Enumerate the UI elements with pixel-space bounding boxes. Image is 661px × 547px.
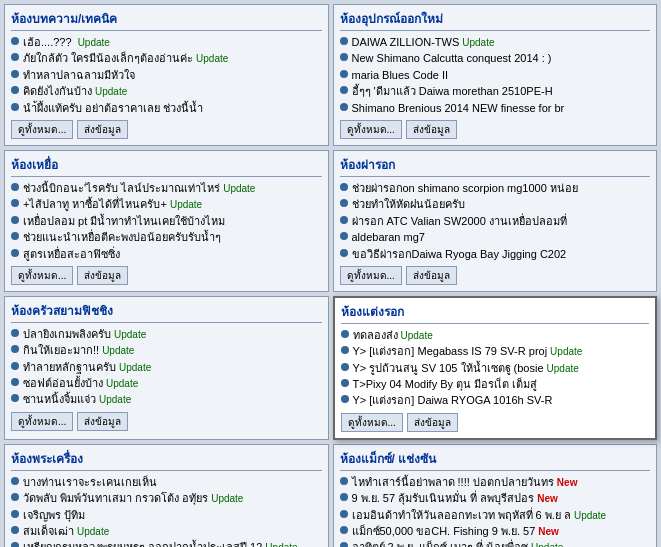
item-text: ผ่ารอก ATC Valian SW2000 งานเหยื่อปลอมที… <box>352 214 567 229</box>
list-item: บางท่านเราจะระเคนเกยเห็น <box>11 475 322 490</box>
bullet-icon <box>11 53 19 61</box>
item-text: แม็กซ์50,000 ขอCH. Fishing 9 พ.ย. 57New <box>352 524 559 539</box>
bullet-icon <box>11 378 19 386</box>
item-text: นำ้ผึ้งแท้ครับ อย่าต้อราคาเลย ช่วงนี้น้ำ <box>23 101 203 116</box>
update-tag: Update <box>401 330 433 341</box>
list-item: +ไส้ปลาทู หาซื้อได้ที่ไหนครับ+Update <box>11 197 322 212</box>
item-text: Y> [แต่งรอก] Daiwa RYOGA 1016h SV-R <box>353 393 553 408</box>
bullet-icon <box>11 510 19 518</box>
bullet-icon <box>11 542 19 547</box>
box-title-board-tuning: ห้องแต่งรอก <box>341 302 650 324</box>
list-item: Y> [แต่งรอก] Megabass IS 79 SV-R projUpd… <box>341 344 650 359</box>
list-item: ช่วยแนะนำเหยื่อตีคะพงบ่อน้อยครับรับน้ำๆ <box>11 230 322 245</box>
send-info-button[interactable]: ส่งข้อมูล <box>406 120 457 139</box>
box-board-crew: ห้องครัวสยามฟิชชิงปลายิงเกมพลิงครับUpdat… <box>4 296 329 440</box>
send-info-button[interactable]: ส่งข้อมูล <box>407 413 458 432</box>
item-text: ซอฟต์อ่อนยั้งบ้างUpdate <box>23 376 138 391</box>
bullet-icon <box>341 330 349 338</box>
new-tag: New <box>538 526 559 537</box>
list-item: aldebaran mg7 <box>340 230 651 245</box>
update-tag: Update <box>196 53 228 64</box>
update-tag: Update <box>95 86 127 97</box>
item-text: เหยื่อปลอม pt มีน้ำทาทำไหนเคยใช้บ้างไหม <box>23 214 225 229</box>
item-text: อี้ๆๆ 'ดีมาแล้ว Daiwa morethan 2510PE-H <box>352 84 553 99</box>
send-info-button[interactable]: ส่งข้อมูล <box>77 266 128 285</box>
update-tag: Update <box>78 37 110 48</box>
item-text: maria Blues Code II <box>352 68 449 83</box>
view-all-button[interactable]: ดูทั้งหมด... <box>11 266 73 285</box>
box-footer: ดูทั้งหมด...ส่งข้อมูล <box>11 412 322 431</box>
list-item: สมเด็จเฒ่าUpdate <box>11 524 322 539</box>
list-item: ซอฟต์อ่อนยั้งบ้างUpdate <box>11 376 322 391</box>
bullet-icon <box>11 345 19 353</box>
bullet-icon <box>11 477 19 485</box>
list-item: 9 พ.ย. 57 ลุ้มรับเนินหมั่น ที่ ลพบุรีสปอ… <box>340 491 651 506</box>
item-text: T>Pixy 04 Modify By ตุน มีอรเเ็ต เต็มสู่ <box>353 377 538 392</box>
list-item: ทำหลาปลาฉลามมีหัวใจ <box>11 68 322 83</box>
box-board-lure: ห้องเหยื่อช่วงนี้บิกอนะ'ไรครับ ไลน์ประมา… <box>4 150 329 292</box>
update-tag: Update <box>77 526 109 537</box>
box-board-catch: ห้องผ่ารอกช่วยผ่ารอกon shimano scorpion … <box>333 150 658 292</box>
update-tag: Update <box>223 183 255 194</box>
box-footer: ดูทั้งหมด...ส่งข้อมูล <box>341 413 650 432</box>
update-tag: Update <box>170 199 202 210</box>
item-text: สูตรเหยื่อสะอาฟิซซิ่ง <box>23 247 120 262</box>
list-item: สูตรเหยื่อสะอาฟิซซิ่ง <box>11 247 322 262</box>
update-tag: Update <box>114 329 146 340</box>
send-info-button[interactable]: ส่งข้อมูล <box>77 412 128 431</box>
box-title-board-crew: ห้องครัวสยามฟิชชิง <box>11 301 322 323</box>
list-item: ขอวิธีผ่ารอกDaiwa Ryoga Bay Jigging C202 <box>340 247 651 262</box>
send-info-button[interactable]: ส่งข้อมูล <box>406 266 457 285</box>
item-text: ซานหนิ้งจิ้มแจ่วUpdate <box>23 392 131 407</box>
item-text: +ไส้ปลาทู หาซื้อได้ที่ไหนครับ+Update <box>23 197 202 212</box>
list-item: ช่วงนี้บิกอนะ'ไรครับ ไลน์ประมาณเท่าไหร่U… <box>11 181 322 196</box>
item-text: ช่วงนี้บิกอนะ'ไรครับ ไลน์ประมาณเท่าไหร่U… <box>23 181 255 196</box>
item-list-board-mantis: ไหทำเสาร์นี้อย่าพลาด !!!! บ่อตกปลายวันทร… <box>340 475 651 547</box>
bullet-icon <box>11 493 19 501</box>
bullet-icon <box>11 86 19 94</box>
view-all-button[interactable]: ดูทั้งหมด... <box>340 120 402 139</box>
item-text: ไหทำเสาร์นี้อย่าพลาด !!!! บ่อตกปลายวันทร… <box>352 475 578 490</box>
update-tag: Update <box>119 362 151 373</box>
list-item: ภัยใกล้ตัว ใครมีน้องเล็กๆต้องอ่านค่ะUpda… <box>11 51 322 66</box>
bullet-icon <box>11 232 19 240</box>
view-all-button[interactable]: ดูทั้งหมด... <box>11 412 73 431</box>
item-text: Y> [แต่งรอก] Megabass IS 79 SV-R projUpd… <box>353 344 583 359</box>
send-info-button[interactable]: ส่งข้อมูล <box>77 120 128 139</box>
list-item: เจริญพร ปุ้ทิม <box>11 508 322 523</box>
item-list-board-tuning: ทดลองส่งUpdateY> [แต่งรอก] Megabass IS 7… <box>341 328 650 409</box>
view-all-button[interactable]: ดูทั้งหมด... <box>341 413 403 432</box>
item-list-board-crew: ปลายิงเกมพลิงครับUpdateกินให้เยอะมาก!!Up… <box>11 327 322 408</box>
item-text: ทดลองส่งUpdate <box>353 328 433 343</box>
bullet-icon <box>340 53 348 61</box>
box-board-mantis: ห้องแม็กซ์/ แช่งซันไหทำเสาร์นี้อย่าพลาด … <box>333 444 658 547</box>
bullet-icon <box>340 542 348 547</box>
box-footer: ดูทั้งหมด...ส่งข้อมูล <box>11 120 322 139</box>
bullet-icon <box>341 363 349 371</box>
update-tag: Update <box>550 346 582 357</box>
bullet-icon <box>11 526 19 534</box>
bullet-icon <box>11 70 19 78</box>
bullet-icon <box>11 216 19 224</box>
item-list-board-lure: ช่วงนี้บิกอนะ'ไรครับ ไลน์ประมาณเท่าไหร่U… <box>11 181 322 262</box>
view-all-button[interactable]: ดูทั้งหมด... <box>11 120 73 139</box>
list-item: Shimano Brenious 2014 NEW finesse for br <box>340 101 651 116</box>
box-footer: ดูทั้งหมด...ส่งข้อมูล <box>11 266 322 285</box>
list-item: New Shimano Calcutta conquest 2014 : ) <box>340 51 651 66</box>
list-item: แม็กซ์50,000 ขอCH. Fishing 9 พ.ย. 57New <box>340 524 651 539</box>
list-item: นำ้ผึ้งแท้ครับ อย่าต้อราคาเลย ช่วงนี้น้ำ <box>11 101 322 116</box>
item-text: เอมอินด้าทำให้วันลออกทะเวท พฤหัสที่ 6 พ.… <box>352 508 607 523</box>
bullet-icon <box>11 362 19 370</box>
item-text: สมเด็จเฒ่าUpdate <box>23 524 109 539</box>
item-text: บางท่านเราจะระเคนเกยเห็น <box>23 475 157 490</box>
list-item: ช่วยผ่ารอกon shimano scorpion mg1000 หน่… <box>340 181 651 196</box>
list-item: วัดพลับ พิมพ์วันทาเสมา กรวดโต้ง อทุัยรUp… <box>11 491 322 506</box>
update-tag: Update <box>211 493 243 504</box>
box-board-gear: ห้องพระเครื่องบางท่านเราจะระเคนเกยเห็นวั… <box>4 444 329 547</box>
list-item: กินให้เยอะมาก!!Update <box>11 343 322 358</box>
view-all-button[interactable]: ดูทั้งหมด... <box>340 266 402 285</box>
item-text: กินให้เยอะมาก!!Update <box>23 343 134 358</box>
bullet-icon <box>340 477 348 485</box>
item-text: ปลายิงเกมพลิงครับUpdate <box>23 327 146 342</box>
list-item: DAIWA ZILLION-TWSUpdate <box>340 35 651 50</box>
